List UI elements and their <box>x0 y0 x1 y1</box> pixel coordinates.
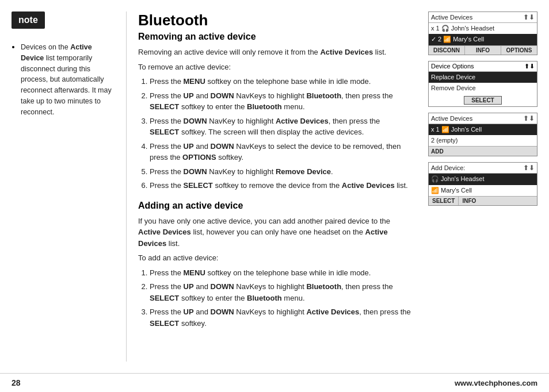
screen1-check: ✓ <box>431 35 436 44</box>
screen3-row1: x 1 📶 John's Cell <box>429 124 537 135</box>
screen3-device1: John's Cell <box>451 125 482 134</box>
screen2-select-area: SELECT <box>429 94 537 106</box>
step-item: Press the MENU softkey on the telephone … <box>150 76 411 87</box>
screen4-btn-select[interactable]: SELECT <box>429 197 459 205</box>
cell-icon-3: 📶 <box>431 186 439 195</box>
screen4-row2: 📶 Mary's Cell <box>429 185 537 196</box>
step-item: Press the MENU softkey on the telephone … <box>150 267 411 279</box>
screen3-add-btn[interactable]: ADD <box>431 148 444 155</box>
screen2-header: Device Options ⬆⬇ <box>429 62 537 72</box>
cell-icon-2: 📶 <box>441 125 449 134</box>
section-removing-intro: Removing an active device will only remo… <box>138 47 411 58</box>
screen1-btn-options[interactable]: OPTIONS <box>501 46 537 55</box>
step-item: Press the DOWN NavKey to highlight Remov… <box>150 166 411 178</box>
screen3-num2: 2 (empty) <box>431 136 458 145</box>
step-item: Press the UP and DOWN NavKeys to highlig… <box>150 90 411 113</box>
website-url: www.vtechphones.com <box>455 379 537 387</box>
screen4-device2: Mary's Cell <box>441 186 472 195</box>
screen3-x: x <box>431 125 434 134</box>
screen4-row1: 🎧 John's Headset <box>429 174 537 185</box>
screen-active-devices-2: Active Devices ⬆⬇ x 1 📶 John's Cell 2 (e… <box>428 113 537 157</box>
screen3-header: Active Devices ⬆⬇ <box>429 113 537 124</box>
headset-icon-2: 🎧 <box>431 175 439 183</box>
screen1-arrows: ⬆⬇ <box>523 13 535 21</box>
right-column: Active Devices ⬆⬇ x 1 🎧 John's Headset ✓… <box>422 11 537 362</box>
page-number: 28 <box>12 378 21 387</box>
step-item: Press the SELECT softkey to remove the d… <box>150 180 411 191</box>
screen2-title: Device Options <box>431 63 474 70</box>
section-removing-title: Removing an active device <box>138 32 411 42</box>
main-content: Bluetooth Removing an active device Remo… <box>127 11 422 362</box>
screen1-x: x <box>431 24 434 33</box>
screen2-row1: Replace Device <box>429 72 537 83</box>
screen1-num1: 1 <box>436 24 440 33</box>
section-adding-steps: Press the MENU softkey on the telephone … <box>150 267 411 329</box>
screen4-arrows: ⬆⬇ <box>523 164 535 172</box>
screen2-row2: Remove Device <box>429 83 537 94</box>
screen1-title: Active Devices <box>431 14 472 21</box>
section-adding-title: Adding an active device <box>138 201 411 211</box>
step-item: Press the UP and DOWN NavKeys to select … <box>150 141 411 163</box>
screen3-arrows: ⬆⬇ <box>523 114 535 122</box>
screen3-row2: 2 (empty) <box>429 135 537 146</box>
page-footer: 28 www.vtechphones.com <box>0 373 549 392</box>
screen-add-device: Add Device: ⬆⬇ 🎧 John's Headset 📶 Mary's… <box>428 162 537 206</box>
screen1-btn-info[interactable]: INFO <box>465 46 501 55</box>
screen1-row2: ✓ 2 📶 Mary's Cell <box>429 34 537 45</box>
sidebar: note Devices on the Active Device list t… <box>12 11 127 362</box>
screen-active-devices-1: Active Devices ⬆⬇ x 1 🎧 John's Headset ✓… <box>428 11 537 55</box>
page-title: Bluetooth <box>138 11 411 29</box>
screen2-arrows: ⬆⬇ <box>524 63 535 70</box>
sidebar-note-text: Devices on the Active Device list tempor… <box>21 43 112 116</box>
step-item: Press the DOWN NavKey to highlight Activ… <box>150 116 411 138</box>
section-adding-intro: If you have only one active device, you … <box>138 216 411 249</box>
screen4-title: Add Device: <box>431 164 465 171</box>
screen1-header: Active Devices ⬆⬇ <box>429 12 537 23</box>
screen-device-options: Device Options ⬆⬇ Replace Device Remove … <box>428 61 537 107</box>
section-removing: Removing an active device Removing an ac… <box>138 32 411 191</box>
screen4-device1: John's Headset <box>441 175 484 183</box>
screen1-row1: x 1 🎧 John's Headset <box>429 23 537 34</box>
headset-icon: 🎧 <box>441 24 449 33</box>
screen1-device2: Mary's Cell <box>453 35 484 44</box>
note-badge: note <box>12 11 45 29</box>
section-removing-sub: To remove an active device: <box>138 62 411 73</box>
section-adding-sub: To add an active device: <box>138 252 411 264</box>
cell-icon: 📶 <box>443 35 451 44</box>
screen1-footer: DISCONN INFO OPTIONS <box>429 45 537 55</box>
step-item: Press the UP and DOWN NavKeys to highlig… <box>150 281 411 303</box>
screen3-title: Active Devices <box>431 115 472 122</box>
screen1-num2: 2 <box>438 35 441 44</box>
step-item: Press the UP and DOWN NavKeys to highlig… <box>150 306 411 329</box>
screen3-add-row: ADD <box>429 146 537 156</box>
section-adding: Adding an active device If you have only… <box>138 201 411 329</box>
section-removing-steps: Press the MENU softkey on the telephone … <box>150 76 411 191</box>
screen1-device1: John's Headset <box>451 24 494 33</box>
screen3-num1: 1 <box>436 125 440 134</box>
screen4-btn-info[interactable]: INFO <box>459 197 479 205</box>
screen1-btn-disconn[interactable]: DISCONN <box>429 46 465 55</box>
screen2-select-btn[interactable]: SELECT <box>464 96 501 105</box>
screen4-header: Add Device: ⬆⬇ <box>429 163 537 174</box>
screen4-footer: SELECT INFO <box>429 196 537 205</box>
